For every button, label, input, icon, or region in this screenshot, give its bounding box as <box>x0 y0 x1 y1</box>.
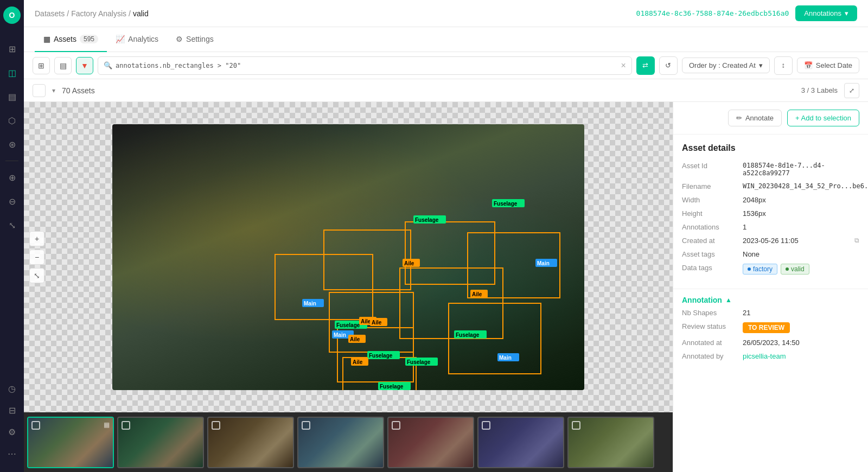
sort-direction-btn[interactable]: ↕ <box>774 56 793 75</box>
sidebar-item-zoom-in[interactable]: ⊕ <box>2 168 22 187</box>
sidebar-item-stack[interactable]: ⊛ <box>2 135 22 154</box>
date-label: Select Date <box>816 61 852 69</box>
annotation-toggle-btn[interactable]: ▲ <box>725 296 732 304</box>
order-by-button[interactable]: Order by : Created At ▾ <box>682 58 770 73</box>
sort-icon: ↺ <box>665 61 671 69</box>
annotation-section-title: Annotation <box>682 296 722 304</box>
thumb-checkbox-5[interactable] <box>392 421 400 430</box>
sidebar-item-polygon[interactable]: ⬡ <box>2 111 22 130</box>
expand-view-btn[interactable]: ⤢ <box>844 83 859 98</box>
content-area: + − ⤡ <box>24 102 868 472</box>
svg-text:Main: Main <box>537 260 550 266</box>
view-filter-btn[interactable]: ▼ <box>76 57 93 74</box>
view-list-btn[interactable]: ▤ <box>54 57 72 74</box>
sidebar-item-clock[interactable]: ◷ <box>2 379 22 398</box>
detail-review-status: Review status TO REVIEW <box>682 322 859 333</box>
sidebar-item-grid[interactable]: ⊞ <box>2 39 22 59</box>
svg-text:Aile: Aile <box>372 320 382 326</box>
search-icon: 🔍 <box>104 61 112 69</box>
thumbnail-5[interactable] <box>387 417 474 468</box>
breadcrumb-factory[interactable]: Factory Analysis <box>71 9 126 18</box>
sidebar-bottom: ◷ ⊟ ⚙ ⋯ <box>2 377 22 465</box>
svg-text:Main: Main <box>304 301 316 307</box>
filter-query: annotations.nb_rectangles > "20" <box>116 62 241 69</box>
sidebar-item-settings[interactable]: ⚙ <box>2 422 22 442</box>
svg-text:Fuselage: Fuselage <box>415 217 439 223</box>
asset-details-section: Asset details Asset Id 0188574e-8d1e-7..… <box>673 135 868 289</box>
review-status-label: Review status <box>682 322 736 330</box>
sidebar-item-more[interactable]: ⋯ <box>2 444 22 463</box>
header: Datasets / Factory Analysis / valid 0188… <box>24 0 868 27</box>
dropdown-arrow[interactable]: ▾ <box>52 87 55 94</box>
thumbnail-1[interactable]: ▦ <box>27 417 114 468</box>
thumb-checkbox-2[interactable] <box>122 421 130 430</box>
main-content: Datasets / Factory Analysis / valid 0188… <box>24 0 868 472</box>
nb-shapes-value: 21 <box>743 309 859 317</box>
thumb-image-2 <box>118 418 203 467</box>
thumb-checkbox-3[interactable] <box>212 421 220 430</box>
filter-icon: ▼ <box>81 61 88 70</box>
sidebar-item-layers[interactable]: ◫ <box>2 63 22 82</box>
thumbnail-4[interactable] <box>297 417 384 468</box>
sort-button[interactable]: ↺ <box>659 56 678 75</box>
annotate-button[interactable]: ✏ Annotate <box>728 110 782 126</box>
copy-date-btn[interactable]: ⧉ <box>854 237 859 244</box>
thumb-image-4 <box>298 418 383 467</box>
tag-valid-dot <box>786 267 789 271</box>
annotated-by-value: picsellia-team <box>743 352 859 360</box>
svg-rect-7 <box>405 222 495 284</box>
sidebar-item-image[interactable]: ▤ <box>2 87 22 106</box>
asset-tags-label: Asset tags <box>682 250 736 258</box>
breadcrumb-datasets[interactable]: Datasets <box>35 9 65 18</box>
annotation-section-body: Nb Shapes 21 Review status TO REVIEW Ann… <box>673 309 868 374</box>
filter-clear-btn[interactable]: × <box>621 61 626 71</box>
fit-btn[interactable]: ⤡ <box>29 268 44 283</box>
tab-analytics[interactable]: 📈 Analytics <box>107 27 167 52</box>
thumb-checkbox-1[interactable] <box>31 421 40 430</box>
zoom-in-btn[interactable]: + <box>29 231 44 246</box>
breadcrumb-sep-1: / <box>67 9 69 18</box>
thumb-image-3 <box>208 418 293 467</box>
shuffle-button[interactable]: ⇄ <box>636 56 655 75</box>
select-all-checkbox[interactable] <box>33 84 46 97</box>
tab-settings[interactable]: ⚙ Settings <box>167 27 222 52</box>
nb-shapes-label: Nb Shapes <box>682 309 736 317</box>
date-picker-btn[interactable]: 📅 Select Date <box>797 58 859 73</box>
sidebar-item-resize[interactable]: ⤡ <box>2 215 22 235</box>
pencil-icon: ✏ <box>736 114 742 122</box>
add-to-selection-button[interactable]: + Add to selection <box>787 110 859 126</box>
tab-analytics-icon: 📈 <box>116 35 125 43</box>
sidebar: O ⊞ ◫ ▤ ⬡ ⊛ ⊕ ⊖ ⤡ ◷ ⊟ ⚙ ⋯ <box>0 0 24 472</box>
filter-bar[interactable]: 🔍 annotations.nb_rectangles > "20" × <box>98 56 632 75</box>
image-viewer[interactable]: + − ⤡ <box>24 102 673 412</box>
asset-tags-value: None <box>743 250 859 258</box>
sidebar-item-book[interactable]: ⊟ <box>2 400 22 420</box>
svg-text:Fuselage: Fuselage <box>369 353 393 359</box>
svg-text:Fuselage: Fuselage <box>380 384 404 390</box>
svg-text:Main: Main <box>334 332 346 338</box>
thumb-icon-1: ▦ <box>104 421 110 429</box>
header-right: 0188574e-8c36-7588-874e-26edbcb516a0 Ann… <box>636 5 857 21</box>
height-label: Height <box>682 209 736 218</box>
tab-assets-badge: 595 <box>80 35 98 43</box>
thumb-checkbox-4[interactable] <box>302 421 310 430</box>
svg-text:Fuselage: Fuselage <box>407 359 431 365</box>
thumbnail-2[interactable] <box>117 417 204 468</box>
svg-text:Aile: Aile <box>353 359 363 365</box>
thumbnail-6[interactable] <box>477 417 564 468</box>
zoom-out-btn[interactable]: − <box>29 250 44 265</box>
view-grid-btn[interactable]: ⊞ <box>33 57 50 74</box>
tab-assets[interactable]: ▦ Assets 595 <box>35 27 107 52</box>
annotations-btn-label: Annotations <box>804 9 841 17</box>
annotations-button[interactable]: Annotations ▾ <box>795 5 857 21</box>
thumbnail-7[interactable] <box>567 417 654 468</box>
thumb-image-6 <box>478 418 563 467</box>
sidebar-item-zoom-out[interactable]: ⊖ <box>2 192 22 211</box>
breadcrumb: Datasets / Factory Analysis / valid <box>35 9 149 18</box>
thumb-checkbox-7[interactable] <box>572 421 580 430</box>
add-to-selection-label: + Add to selection <box>795 114 851 122</box>
thumb-checkbox-6[interactable] <box>482 421 490 430</box>
svg-text:Aile: Aile <box>361 318 371 324</box>
thumbnail-3[interactable] <box>207 417 294 468</box>
app-logo[interactable]: O <box>3 7 21 24</box>
